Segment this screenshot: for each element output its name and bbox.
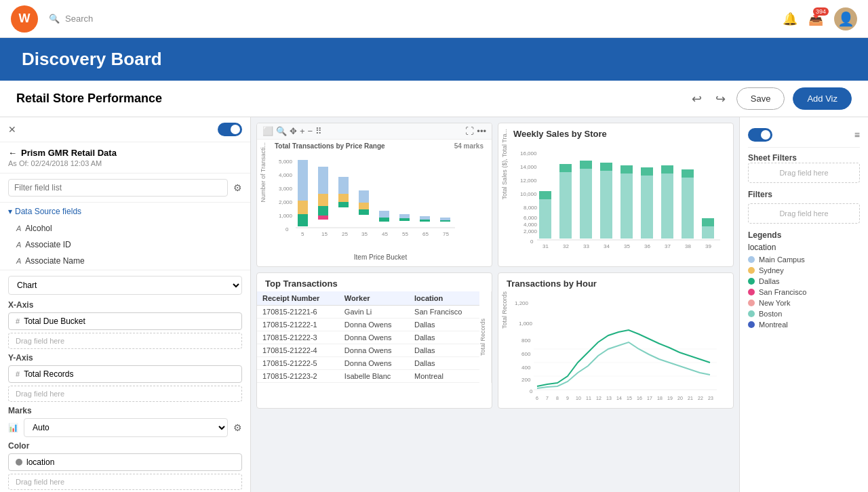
color-dot — [16, 459, 22, 466]
svg-rect-60 — [682, 169, 694, 178]
svg-text:2,000: 2,000 — [524, 228, 538, 234]
page-header: Discovery Board — [0, 38, 868, 81]
undo-button[interactable]: ↩ — [689, 89, 705, 109]
list-item[interactable]: AAssociate ID — [0, 237, 250, 253]
svg-text:21: 21 — [688, 396, 693, 401]
y-axis-drag-zone[interactable]: Drag field here — [8, 386, 242, 402]
sheet-filters-drag-zone[interactable]: Drag field here — [748, 163, 860, 183]
minus-icon[interactable]: − — [308, 126, 313, 136]
close-icon[interactable]: ✕ — [8, 124, 16, 135]
list-item[interactable]: AAlcohol — [0, 220, 250, 237]
svg-text:15: 15 — [627, 396, 632, 401]
field-group-header[interactable]: ▾ Data Source fields — [0, 203, 250, 220]
x-axis-drag-zone[interactable]: Drag field here — [8, 333, 242, 349]
legend-item: Montreal — [748, 319, 860, 330]
svg-text:200: 200 — [521, 377, 531, 383]
y-axis-label: Y-Axis — [8, 353, 242, 363]
expand-icon[interactable]: ⛶ — [465, 126, 474, 136]
add-viz-button[interactable]: Add Viz — [793, 87, 852, 110]
search-icon: 🔍 — [49, 14, 60, 24]
svg-text:6,000: 6,000 — [524, 215, 538, 221]
filter-row: ⚙ — [0, 173, 250, 203]
svg-text:23: 23 — [708, 396, 713, 401]
marks-select[interactable]: Auto — [24, 418, 228, 437]
svg-text:13: 13 — [606, 396, 612, 401]
svg-rect-47 — [559, 172, 572, 239]
legend-item: Sydney — [748, 265, 860, 276]
marks-label: Marks — [8, 406, 242, 415]
svg-text:32: 32 — [563, 243, 569, 249]
svg-rect-59 — [682, 178, 694, 239]
marks-icon: 📊 — [8, 423, 18, 432]
table-row: 170815-21222-1 Donna Owens Dallas — [257, 319, 479, 331]
save-button[interactable]: Save — [736, 87, 785, 110]
svg-text:37: 37 — [665, 243, 671, 249]
chart1-title-row: Total Transactions by Price Range 54 mar… — [272, 142, 489, 150]
svg-rect-21 — [399, 214, 410, 218]
toggle-button[interactable] — [218, 123, 242, 136]
center-content: ⬜ 🔍 ✥ + − ⠿ ⛶ ••• Number of Transacti...… — [251, 117, 739, 492]
chart1-marks: 54 marks — [454, 142, 484, 150]
legend-dot — [748, 278, 755, 285]
svg-text:1,000: 1,000 — [519, 321, 533, 327]
more-icon[interactable]: ••• — [477, 126, 486, 136]
svg-text:11: 11 — [586, 396, 591, 401]
right-toggle[interactable] — [748, 128, 772, 142]
add-icon[interactable]: + — [300, 126, 305, 136]
svg-text:75: 75 — [443, 231, 449, 237]
svg-rect-26 — [440, 220, 450, 222]
list-item[interactable]: AAssociate Name — [0, 253, 250, 269]
chart-type-select[interactable]: Chart — [8, 276, 242, 295]
x-axis-field[interactable]: # Total Due Bucket — [8, 312, 242, 330]
sheet-filters-title: Sheet Filters — [748, 153, 860, 163]
chart4-title: Transactions by Hour — [498, 273, 733, 291]
filters-drag-zone[interactable]: Drag field here — [748, 203, 860, 224]
svg-text:0: 0 — [285, 226, 289, 232]
svg-text:5: 5 — [301, 231, 304, 237]
svg-rect-49 — [580, 169, 592, 239]
legend-label: New York — [759, 299, 790, 307]
inbox-badge: 394 — [813, 7, 829, 16]
chart-config: Chart X-Axis # Total Due Bucket Drag fie… — [0, 270, 250, 492]
svg-rect-57 — [661, 173, 673, 239]
svg-text:25: 25 — [342, 231, 348, 237]
chart1-title: Total Transactions by Price Range — [275, 142, 385, 150]
svg-rect-9 — [318, 167, 328, 194]
svg-text:800: 800 — [521, 337, 531, 344]
legend-category: location — [748, 243, 860, 252]
drag-icon[interactable]: ⠿ — [315, 126, 322, 136]
redo-button[interactable]: ↪ — [713, 89, 728, 109]
svg-text:35: 35 — [624, 243, 630, 249]
table-row: 170815-21221-6 Gavin Li San Francisco — [257, 306, 479, 319]
viz-toolbar-1: ⬜ 🔍 ✥ + − ⠿ ⛶ ••• — [257, 123, 492, 140]
group-label: Data Source fields — [15, 207, 81, 216]
marks-settings-icon[interactable]: ⚙ — [233, 422, 242, 433]
color-field[interactable]: location — [8, 453, 242, 471]
svg-text:400: 400 — [521, 365, 531, 371]
svg-rect-50 — [580, 161, 592, 169]
select-icon[interactable]: ⬜ — [262, 126, 273, 136]
right-settings-icon[interactable]: ≡ — [854, 129, 860, 140]
svg-text:19: 19 — [667, 396, 673, 401]
svg-rect-46 — [539, 191, 551, 199]
settings-icon[interactable]: ⚙ — [233, 182, 242, 193]
zoom-icon[interactable]: 🔍 — [276, 126, 287, 136]
svg-rect-55 — [641, 176, 653, 239]
svg-rect-12 — [318, 216, 328, 220]
datasource-info: ← Prism GMR Retail Data As Of: 02/24/201… — [0, 142, 250, 173]
svg-text:8,000: 8,000 — [524, 205, 538, 211]
svg-rect-52 — [600, 163, 612, 171]
field-filter-input[interactable] — [8, 179, 228, 197]
avatar[interactable]: 👤 — [834, 7, 857, 30]
svg-text:16,000: 16,000 — [520, 150, 537, 157]
color-drag-zone[interactable]: Drag field here — [8, 474, 242, 490]
back-icon[interactable]: ← — [8, 148, 17, 158]
notification-icon[interactable]: 🔔 — [783, 12, 797, 26]
legend-dot — [748, 267, 755, 274]
workday-logo[interactable]: W — [11, 5, 38, 33]
inbox-icon[interactable]: 📥394 — [808, 12, 823, 26]
y-axis-field[interactable]: # Total Records — [8, 365, 242, 383]
move-icon[interactable]: ✥ — [290, 126, 297, 136]
svg-text:6: 6 — [536, 396, 538, 401]
svg-rect-14 — [338, 194, 349, 202]
